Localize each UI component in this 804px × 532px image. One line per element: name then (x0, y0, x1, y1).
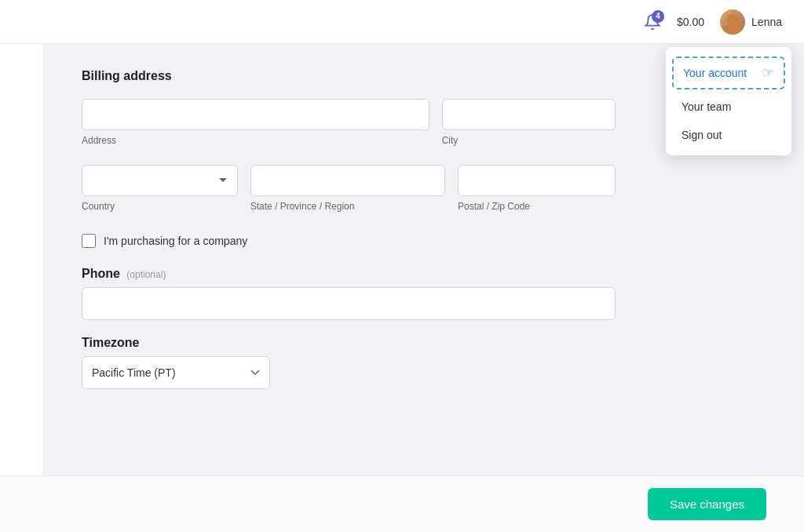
address-city-row: Address City (82, 99, 616, 162)
zip-label: Postal / Zip Code (458, 201, 616, 212)
company-checkbox-label[interactable]: I'm purchasing for a company (104, 235, 247, 247)
header-right: 4 $0.00 Lenna (641, 6, 785, 38)
zip-group: Postal / Zip Code (458, 165, 616, 212)
header: 4 $0.00 Lenna (0, 0, 804, 44)
save-changes-button[interactable]: Save changes (648, 488, 766, 520)
timezone-label: Timezone (82, 336, 616, 350)
avatar (720, 9, 745, 35)
notification-button[interactable]: 4 (641, 10, 664, 34)
billing-form: Billing address Address City United Stat (82, 69, 616, 389)
phone-label: Phone (optional) (82, 267, 616, 281)
state-input[interactable] (250, 165, 445, 196)
country-label: Country (82, 201, 238, 212)
phone-section: Phone (optional) (82, 267, 616, 336)
timezone-section: Timezone Pacific Time (PT) Eastern Time … (82, 336, 616, 389)
notification-badge: 4 (652, 10, 664, 23)
user-dropdown-menu: Your account ☞ Your team Sign out (666, 47, 791, 155)
state-label: State / Province / Region (250, 201, 445, 212)
company-checkbox[interactable] (82, 234, 96, 248)
state-group: State / Province / Region (250, 165, 445, 212)
address-label: Address (82, 135, 429, 146)
cursor-icon: ☞ (762, 64, 774, 82)
city-label: City (442, 135, 616, 146)
dropdown-item-sign-out[interactable]: Sign out (666, 121, 791, 149)
sidebar (0, 44, 44, 532)
user-name-label: Lenna (751, 16, 782, 28)
phone-input[interactable] (82, 287, 616, 320)
phone-optional-label: (optional) (126, 269, 166, 280)
balance-display: $0.00 (677, 16, 704, 28)
country-select[interactable]: United States Canada United Kingdom (82, 165, 238, 196)
country-state-zip-row: United States Canada United Kingdom Coun… (82, 165, 616, 228)
dropdown-item-your-account[interactable]: Your account ☞ (672, 56, 785, 89)
dropdown-item-your-team[interactable]: Your team (666, 93, 791, 121)
zip-input[interactable] (458, 165, 616, 196)
timezone-select[interactable]: Pacific Time (PT) Eastern Time (ET) Cent… (82, 356, 270, 389)
city-input[interactable] (442, 99, 616, 130)
address-group: Address (82, 99, 429, 146)
address-input[interactable] (82, 99, 429, 130)
city-group: City (442, 99, 616, 146)
footer-bar: Save changes (0, 476, 804, 532)
billing-section-title: Billing address (82, 69, 616, 83)
company-checkbox-group: I'm purchasing for a company (82, 234, 616, 248)
user-menu-button[interactable]: Lenna (717, 6, 785, 38)
country-group: United States Canada United Kingdom Coun… (82, 165, 238, 212)
